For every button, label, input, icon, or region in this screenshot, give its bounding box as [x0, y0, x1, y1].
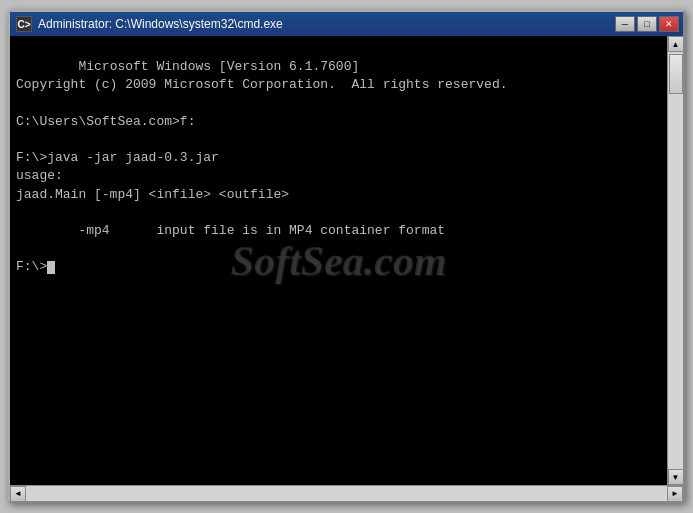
window-title: Administrator: C:\Windows\system32\cmd.e… — [38, 17, 283, 31]
minimize-button[interactable]: ─ — [615, 16, 635, 32]
close-button[interactable]: ✕ — [659, 16, 679, 32]
titlebar-buttons: ─ □ ✕ — [615, 16, 679, 32]
terminal-line12: F:\> — [16, 259, 47, 274]
terminal-line2: Copyright (c) 2009 Microsoft Corporation… — [16, 77, 507, 92]
maximize-button[interactable]: □ — [637, 16, 657, 32]
scrollbar-thumb[interactable] — [669, 54, 683, 94]
terminal-area[interactable]: Microsoft Windows [Version 6.1.7600] Cop… — [10, 36, 667, 485]
scroll-left-button[interactable]: ◄ — [10, 486, 26, 502]
terminal-line4: C:\Users\SoftSea.com>f: — [16, 114, 195, 129]
horizontal-scrollbar-track[interactable] — [26, 486, 667, 501]
vertical-scrollbar[interactable]: ▲ ▼ — [667, 36, 683, 485]
horizontal-scrollbar[interactable]: ◄ ► — [10, 485, 683, 501]
scrollbar-track[interactable] — [668, 52, 683, 469]
window-icon: C> — [16, 16, 32, 32]
titlebar: C> Administrator: C:\Windows\system32\cm… — [10, 12, 683, 36]
terminal-line7: usage: — [16, 168, 63, 183]
terminal-line10: -mp4 input file is in MP4 container form… — [16, 223, 445, 238]
scroll-down-button[interactable]: ▼ — [668, 469, 684, 485]
terminal-output: Microsoft Windows [Version 6.1.7600] Cop… — [16, 40, 661, 295]
content-area: Microsoft Windows [Version 6.1.7600] Cop… — [10, 36, 683, 485]
scroll-right-button[interactable]: ► — [667, 486, 683, 502]
terminal-line8: jaad.Main [-mp4] <infile> <outfile> — [16, 187, 289, 202]
terminal-line1: Microsoft Windows [Version 6.1.7600] — [78, 59, 359, 74]
terminal-cursor — [47, 261, 55, 274]
titlebar-left: C> Administrator: C:\Windows\system32\cm… — [16, 16, 283, 32]
scroll-up-button[interactable]: ▲ — [668, 36, 684, 52]
terminal-line6: F:\>java -jar jaad-0.3.jar — [16, 150, 219, 165]
cmd-window: C> Administrator: C:\Windows\system32\cm… — [8, 10, 685, 503]
